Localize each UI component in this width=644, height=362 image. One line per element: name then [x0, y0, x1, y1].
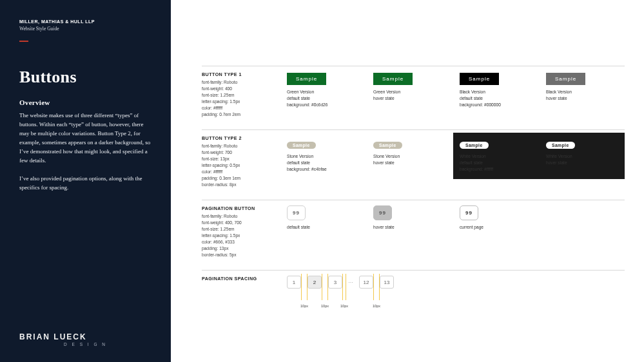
button-type2-white-hover[interactable]: Sample: [546, 142, 575, 149]
sample-col: Sample White Version default state backg…: [460, 138, 532, 173]
client-name: MILLER, MATHIAS & HULL LLP: [19, 19, 151, 24]
sample-caption: Green Version default state background: …: [287, 89, 359, 108]
button-type1-black-default[interactable]: Sample: [460, 73, 499, 85]
pagination-button-default[interactable]: 99: [287, 205, 306, 220]
section-title: BUTTON TYPE 2: [202, 135, 273, 141]
sample-caption: current page: [460, 224, 532, 231]
sample-col: Sample Green Version default state backg…: [287, 71, 359, 118]
spec-column: BUTTON TYPE 2 font-family: Roboto font-w…: [202, 135, 273, 188]
accent-bar: [19, 41, 28, 42]
sample-columns: Sample Green Version default state backg…: [287, 71, 625, 118]
pagination-button-hover[interactable]: 99: [373, 205, 392, 220]
spec-list: font-family: Roboto font-weight: 400, 70…: [202, 213, 273, 258]
sample-col: 99 hover state: [373, 205, 445, 258]
spec-list: font-family: Roboto font-weight: 700 fon…: [202, 143, 273, 188]
page-title: Buttons: [19, 68, 151, 87]
sample-col: Sample Black Version hover state: [546, 71, 618, 118]
spec-column: PAGINATION SPACING: [202, 276, 273, 321]
page-box-1[interactable]: 1: [287, 276, 301, 289]
gap-label: 10px: [300, 304, 308, 308]
spacing-demo: 1 10px 2 10px 3 10px … 12: [287, 276, 625, 321]
sample-caption: Green Version hover state: [373, 89, 445, 102]
sample-col: 99 default state: [287, 205, 359, 258]
overview-paragraph-1: The website makes use of three different…: [19, 111, 151, 166]
sample-caption: Black Version hover state: [546, 89, 618, 102]
pagination-button-current[interactable]: 99: [460, 205, 478, 220]
sample-caption: White Version default state background: …: [460, 153, 532, 173]
section-title: BUTTON TYPE 1: [202, 71, 273, 77]
spec-list: font-family: Roboto font-weight: 400 fon…: [202, 79, 273, 118]
sample-col: 99 current page: [460, 205, 532, 258]
main-content: BUTTON TYPE 1 font-family: Roboto font-w…: [171, 0, 644, 362]
gap-label: 10px: [373, 304, 380, 308]
sample-caption: Stone Version default state background: …: [287, 153, 359, 173]
section-pagination-button: PAGINATION BUTTON font-family: Roboto fo…: [202, 200, 625, 258]
page-box-3[interactable]: 3: [328, 276, 342, 289]
section-title: PAGINATION SPACING: [202, 276, 273, 281]
page-box-12[interactable]: 12: [359, 276, 373, 289]
sample-col: Sample Stone Version default state backg…: [287, 135, 359, 179]
guide-subtitle: Website Style Guide: [19, 26, 151, 32]
sample-col: Sample Black Version default state backg…: [460, 71, 532, 118]
designer-credit: BRIAN LUECK D E S I G N: [19, 332, 151, 347]
sample-columns: Sample Stone Version default state backg…: [287, 135, 625, 179]
sample-col: Sample White Version hover state: [546, 138, 618, 173]
pagination-ellipsis: …: [346, 276, 355, 284]
sample-col: Sample Green Version hover state: [373, 71, 445, 118]
overview-paragraph-2: I’ve also provided pagination options, a…: [19, 175, 151, 193]
section-button-type-1: BUTTON TYPE 1 font-family: Roboto font-w…: [202, 66, 625, 118]
button-type1-black-hover[interactable]: Sample: [546, 73, 585, 85]
page-box-13[interactable]: 13: [380, 276, 394, 289]
overview-heading: Overview: [19, 99, 151, 106]
pagination-spacing-row: 1 10px 2 10px 3 10px … 12: [287, 276, 394, 321]
sample-columns: 99 default state 99 hover state 99 curre…: [287, 205, 625, 258]
dark-background-panel: Sample White Version default state backg…: [453, 133, 625, 179]
gap-label: 10px: [321, 304, 329, 308]
section-button-type-2: BUTTON TYPE 2 font-family: Roboto font-w…: [202, 129, 625, 188]
gap-label: 10px: [340, 304, 348, 308]
button-type2-stone-hover[interactable]: Sample: [373, 142, 402, 149]
spec-column: PAGINATION BUTTON font-family: Roboto fo…: [202, 205, 273, 258]
sample-caption: default state: [287, 224, 359, 231]
sample-caption: Black Version default state background: …: [460, 89, 532, 108]
sample-col: Sample Stone Version hover state: [373, 135, 445, 179]
button-type2-white-default[interactable]: Sample: [460, 142, 489, 149]
button-type1-green-default[interactable]: Sample: [287, 73, 326, 85]
spec-column: BUTTON TYPE 1 font-family: Roboto font-w…: [202, 71, 273, 118]
sample-caption: hover state: [373, 224, 445, 231]
sample-caption: Stone Version hover state: [373, 153, 445, 166]
designer-sub: D E S I G N: [19, 342, 151, 347]
sample-caption: White Version hover state: [546, 153, 618, 166]
button-type1-green-hover[interactable]: Sample: [373, 73, 413, 85]
section-title: PAGINATION BUTTON: [202, 205, 273, 211]
button-type2-stone-default[interactable]: Sample: [287, 142, 316, 149]
designer-name: BRIAN LUECK: [19, 332, 151, 341]
sidebar: MILLER, MATHIAS & HULL LLP Website Style…: [0, 0, 171, 362]
section-pagination-spacing: PAGINATION SPACING 1 10px 2 10px 3 10px: [202, 270, 625, 321]
page-box-2-current[interactable]: 2: [307, 276, 322, 289]
